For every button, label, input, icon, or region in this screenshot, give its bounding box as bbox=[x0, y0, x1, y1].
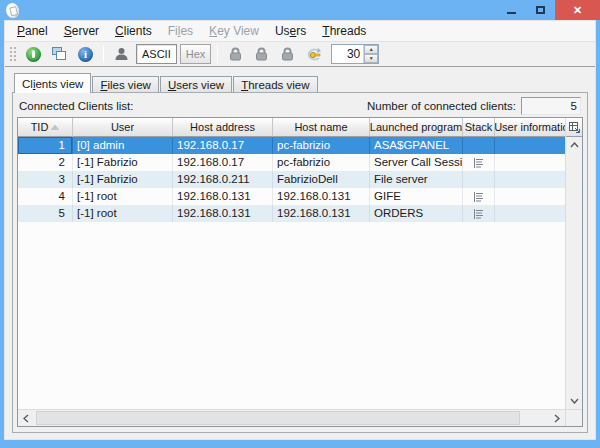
column-header-launched-program[interactable]: Launched program bbox=[370, 118, 463, 137]
column-header-tid[interactable]: TID bbox=[18, 118, 73, 137]
info-button[interactable]: i bbox=[73, 43, 98, 65]
toolbar: i ASCII Hex bbox=[5, 42, 595, 67]
panel-header: Connected Clients list: Number of connec… bbox=[17, 97, 583, 117]
connected-count-field[interactable]: 5 bbox=[521, 97, 581, 115]
cell-user[interactable]: [0] admin bbox=[73, 137, 173, 154]
column-chooser-icon bbox=[569, 122, 580, 133]
cell-launched-program[interactable]: Server Call Session [CA bbox=[370, 154, 463, 171]
lock2-button[interactable] bbox=[249, 43, 274, 65]
spinner-down-button[interactable]: ▼ bbox=[364, 54, 378, 63]
scroll-up-button[interactable] bbox=[566, 137, 582, 153]
column-header-host-address[interactable]: Host address bbox=[173, 118, 273, 137]
column-chooser-button[interactable] bbox=[566, 118, 582, 137]
cell-host-address[interactable]: 192.168.0.131 bbox=[173, 205, 273, 222]
menu-threads[interactable]: Threads bbox=[314, 21, 374, 42]
cell-stack[interactable] bbox=[463, 171, 495, 188]
cell-tid[interactable]: 5 bbox=[18, 205, 73, 222]
cell-tid[interactable]: 2 bbox=[18, 154, 73, 171]
panels-button[interactable] bbox=[47, 43, 72, 65]
cell-user-information[interactable] bbox=[495, 205, 565, 222]
hex-toggle[interactable]: Hex bbox=[180, 44, 212, 64]
cell-launched-program[interactable]: GIFE bbox=[370, 188, 463, 205]
column-header-stack[interactable]: Stack bbox=[463, 118, 495, 137]
cell-stack[interactable] bbox=[463, 205, 495, 222]
menu-bar: PanelServerClientsFilesKey ViewUsersThre… bbox=[5, 21, 595, 42]
minimize-button[interactable] bbox=[497, 0, 526, 20]
cell-launched-program[interactable]: File server bbox=[370, 171, 463, 188]
spinner-up-button[interactable]: ▲ bbox=[364, 45, 378, 54]
vertical-scroll-track[interactable] bbox=[566, 153, 582, 393]
cell-user[interactable]: [-1] root bbox=[73, 188, 173, 205]
cell-tid[interactable]: 4 bbox=[18, 188, 73, 205]
cell-host-address[interactable]: 192.168.0.131 bbox=[173, 188, 273, 205]
cell-user[interactable]: [-1] Fabrizio bbox=[73, 171, 173, 188]
cell-tid[interactable]: 3 bbox=[18, 171, 73, 188]
cell-host-address[interactable]: 192.168.0.211 bbox=[173, 171, 273, 188]
cell-host-name[interactable]: FabrizioDell bbox=[273, 171, 370, 188]
tab-threads-view[interactable]: Threads view bbox=[233, 76, 317, 93]
cell-launched-program[interactable]: ORDERS bbox=[370, 205, 463, 222]
user-button[interactable] bbox=[109, 43, 134, 65]
cell-launched-program[interactable]: ASA$GPANEL bbox=[370, 137, 463, 154]
cell-host-name[interactable]: pc-fabrizio bbox=[273, 137, 370, 154]
cell-host-address[interactable]: 192.168.0.17 bbox=[173, 154, 273, 171]
table-row[interactable]: 4[-1] root192.168.0.131192.168.0.131GIFE bbox=[18, 188, 565, 205]
sort-ascending-icon bbox=[51, 125, 59, 130]
table-row[interactable]: 3[-1] Fabrizio192.168.0.211FabrizioDellF… bbox=[18, 171, 565, 188]
scroll-left-button[interactable] bbox=[18, 410, 34, 426]
tab-users-view[interactable]: Users view bbox=[160, 76, 232, 93]
vertical-scrollbar[interactable] bbox=[566, 137, 582, 409]
stack-trace-icon bbox=[473, 191, 485, 203]
scroll-down-button[interactable] bbox=[566, 393, 582, 409]
menu-users[interactable]: Users bbox=[267, 21, 314, 42]
cell-stack[interactable] bbox=[463, 154, 495, 171]
maximize-button[interactable] bbox=[526, 0, 555, 20]
clients-list-label: Connected Clients list: bbox=[19, 100, 133, 112]
column-header-host-name[interactable]: Host name bbox=[273, 118, 370, 137]
close-button[interactable]: ✕ bbox=[555, 0, 600, 20]
menu-server[interactable]: Server bbox=[56, 21, 107, 42]
spinner-value[interactable]: 30 bbox=[332, 45, 363, 63]
change-key-button[interactable] bbox=[301, 43, 326, 65]
cell-tid[interactable]: 1 bbox=[18, 137, 73, 154]
column-header-user[interactable]: User bbox=[73, 118, 173, 137]
cell-user[interactable]: [-1] Fabrizio bbox=[73, 154, 173, 171]
menu-clients[interactable]: Clients bbox=[107, 21, 160, 42]
cell-host-name[interactable]: 192.168.0.131 bbox=[273, 188, 370, 205]
title-bar: ✕ bbox=[0, 0, 600, 20]
table-rows: 1[0] admin192.168.0.17pc-fabrizioASA$GPA… bbox=[18, 137, 565, 409]
menu-files: Files bbox=[160, 21, 201, 42]
scroll-right-button[interactable] bbox=[549, 410, 565, 426]
lock3-button[interactable] bbox=[275, 43, 300, 65]
ascii-toggle[interactable]: ASCII bbox=[136, 44, 177, 64]
maximize-icon bbox=[536, 6, 545, 14]
cell-user-information[interactable] bbox=[495, 137, 565, 154]
key-refresh-icon bbox=[306, 47, 322, 62]
column-label: Stack bbox=[465, 121, 493, 133]
horizontal-scroll-track[interactable] bbox=[34, 410, 549, 426]
cell-host-name[interactable]: pc-fabrizio bbox=[273, 154, 370, 171]
cell-user-information[interactable] bbox=[495, 188, 565, 205]
cell-host-name[interactable]: 192.168.0.131 bbox=[273, 205, 370, 222]
lock1-button[interactable] bbox=[223, 43, 248, 65]
menu-panel[interactable]: Panel bbox=[9, 21, 56, 42]
cell-user-information[interactable] bbox=[495, 154, 565, 171]
cell-stack[interactable] bbox=[463, 188, 495, 205]
toolbar-grip[interactable] bbox=[8, 45, 17, 63]
cell-user[interactable]: [-1] root bbox=[73, 205, 173, 222]
table-row[interactable]: 5[-1] root192.168.0.131192.168.0.131ORDE… bbox=[18, 205, 565, 222]
cell-user-information[interactable] bbox=[495, 171, 565, 188]
cell-stack[interactable] bbox=[463, 137, 495, 154]
tab-clients-view[interactable]: Clients view bbox=[14, 73, 91, 93]
table-row[interactable]: 1[0] admin192.168.0.17pc-fabrizioASA$GPA… bbox=[18, 137, 565, 154]
vertical-scroll-side bbox=[565, 118, 582, 409]
window-frame: PanelServerClientsFilesKey ViewUsersThre… bbox=[4, 20, 596, 440]
column-header-user-information[interactable]: User information bbox=[495, 118, 565, 137]
horizontal-scrollbar[interactable] bbox=[18, 409, 565, 426]
tab-files-view[interactable]: Files view bbox=[92, 76, 159, 93]
cell-host-address[interactable]: 192.168.0.17 bbox=[173, 137, 273, 154]
column-label: Host address bbox=[190, 121, 255, 133]
table-row[interactable]: 2[-1] Fabrizio192.168.0.17pc-fabrizioSer… bbox=[18, 154, 565, 171]
connect-button[interactable] bbox=[21, 43, 46, 65]
horizontal-scroll-thumb[interactable] bbox=[36, 411, 520, 425]
